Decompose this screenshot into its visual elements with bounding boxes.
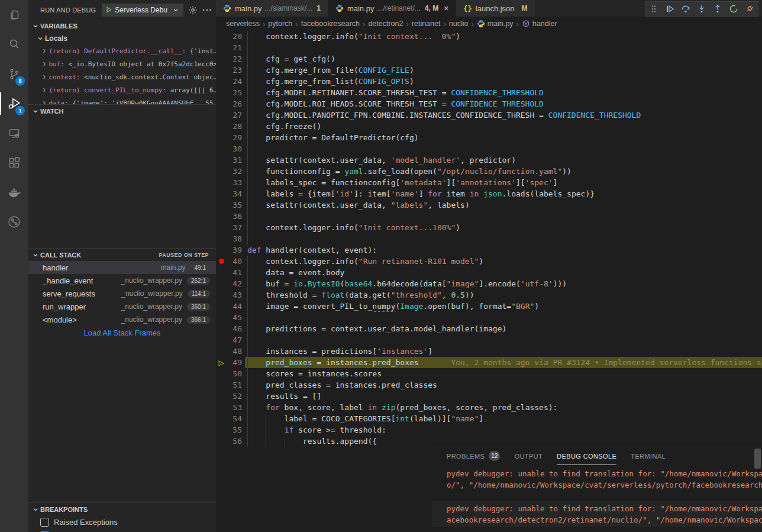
line-content[interactable]: scores = instances.scores xyxy=(245,368,762,379)
code-line[interactable]: 28 cfg.freeze() xyxy=(216,121,762,132)
debug-disconnect-button[interactable] xyxy=(744,4,755,14)
line-content[interactable]: for box, score, label in zip(pred_boxes,… xyxy=(245,402,762,413)
line-number[interactable]: 50 xyxy=(227,368,242,379)
debug-settings-gear-icon[interactable] xyxy=(188,5,198,15)
variable-row[interactable]: ❯buf: <_io.BytesIO object at 0x7f5a2dc1e… xyxy=(28,57,216,70)
code-line[interactable]: 24 cfg.merge_from_list(CONFIG_OPTS) xyxy=(216,76,762,87)
activity-explorer[interactable] xyxy=(0,0,28,30)
glyph-margin[interactable] xyxy=(216,233,227,244)
line-number[interactable]: 51 xyxy=(227,379,242,391)
glyph-margin[interactable] xyxy=(216,289,227,301)
line-content[interactable]: predictions = context.user_data.model_ha… xyxy=(245,323,762,334)
code-line[interactable]: 37 context.logger.info("Init context...1… xyxy=(216,222,762,233)
code-line[interactable]: 40 context.logger.info("Run retinanet-R1… xyxy=(216,256,762,267)
breakpoint-row[interactable]: ✓Uncaught Exceptions xyxy=(28,528,216,532)
line-number[interactable]: 27 xyxy=(227,109,242,121)
line-number[interactable]: 52 xyxy=(227,391,242,402)
line-number[interactable]: 34 xyxy=(227,188,242,199)
glyph-margin[interactable] xyxy=(216,166,227,177)
glyph-margin[interactable] xyxy=(216,244,227,256)
line-content[interactable]: label = COCO_CATEGORIES[int(label)]["nam… xyxy=(245,413,762,424)
line-content[interactable]: context.logger.info("Init context... 0%"… xyxy=(245,31,762,42)
glyph-margin[interactable] xyxy=(216,267,227,278)
breadcrumb-item-handler[interactable]: handler xyxy=(522,20,557,28)
glyph-margin[interactable] xyxy=(216,154,227,166)
code-line[interactable]: 29 predictor = DefaultPredictor(cfg) xyxy=(216,132,762,143)
line-number[interactable]: 54 xyxy=(227,413,242,424)
line-number[interactable]: 39 xyxy=(227,244,242,256)
code-line[interactable]: 48 instances = predictions['instances'] xyxy=(216,346,762,357)
line-content[interactable] xyxy=(245,233,762,244)
line-number[interactable]: 20 xyxy=(227,31,242,42)
activity-git-graph[interactable] xyxy=(0,207,28,237)
line-content[interactable]: cfg.freeze() xyxy=(245,121,762,132)
glyph-margin[interactable] xyxy=(216,346,227,357)
editor-tab-main.py-0[interactable]: main.py.../siammask/...1 xyxy=(216,0,328,17)
line-content[interactable]: cfg.MODEL.RETINANET.SCORE_THRESH_TEST = … xyxy=(245,87,762,98)
line-content[interactable]: predictor = DefaultPredictor(cfg) xyxy=(245,132,762,143)
line-content[interactable]: threshold = float(data.get("threshold", … xyxy=(245,289,762,301)
glyph-margin[interactable] xyxy=(216,121,227,132)
glyph-margin[interactable] xyxy=(216,87,227,98)
debug-restart-button[interactable] xyxy=(728,4,739,14)
line-number[interactable]: 23 xyxy=(227,65,242,76)
code-line[interactable]: 23 cfg.merge_from_file(CONFIG_FILE) xyxy=(216,65,762,76)
stack-frame-run_wrapper[interactable]: run_wrapper_nuclio_wrapper.py360:1 xyxy=(28,300,216,313)
code-line[interactable]: ▷49 pred_boxes = instances.pred_boxesYou… xyxy=(216,357,762,368)
variable-row[interactable]: ❯(return) DefaultPredictor.__call__: {'i… xyxy=(28,44,216,57)
line-number[interactable]: 38 xyxy=(227,233,242,244)
line-number[interactable]: 37 xyxy=(227,222,242,233)
line-number[interactable]: 45 xyxy=(227,312,242,323)
breadcrumb-item-serverless[interactable]: serverless xyxy=(226,20,260,28)
glyph-margin[interactable] xyxy=(216,98,227,109)
glyph-margin[interactable] xyxy=(216,413,227,424)
line-content[interactable] xyxy=(245,42,762,53)
line-number[interactable]: 36 xyxy=(227,211,242,222)
line-number[interactable]: 22 xyxy=(227,53,242,65)
line-content[interactable]: if score >= threshold: xyxy=(245,424,762,436)
debug-continue-button[interactable] xyxy=(664,4,675,14)
line-number[interactable]: 49 xyxy=(227,357,242,368)
variables-scope-locals[interactable]: Locals xyxy=(28,33,216,44)
breadcrumb-item-pytorch[interactable]: pytorch xyxy=(268,20,292,28)
line-content[interactable]: cfg.merge_from_file(CONFIG_FILE) xyxy=(245,65,762,76)
variable-row[interactable]: ❯context: <nuclio_sdk.context.Context ob… xyxy=(28,70,216,83)
line-content[interactable]: data = event.body xyxy=(245,267,762,278)
line-number[interactable]: 56 xyxy=(227,436,242,447)
debug-step-out-button[interactable] xyxy=(712,4,723,14)
code-line[interactable]: 35 setattr(context.user_data, "labels", … xyxy=(216,199,762,211)
code-line[interactable]: 51 pred_classes = instances.pred_classes xyxy=(216,379,762,391)
line-content[interactable]: image = convert_PIL_to_numpy(Image.open(… xyxy=(245,301,762,312)
line-content[interactable]: results.append({ xyxy=(245,436,762,447)
line-content[interactable]: cfg.MODEL.ROI_HEADS.SCORE_THRESH_TEST = … xyxy=(245,98,762,109)
callstack-section-header[interactable]: CALL STACK PAUSED ON STEP xyxy=(28,248,216,261)
panel-tab-output[interactable]: OUTPUT xyxy=(514,447,543,465)
code-line[interactable]: 36 xyxy=(216,211,762,222)
line-content[interactable]: setattr(context.user_data, 'model_handle… xyxy=(245,154,762,166)
glyph-margin[interactable] xyxy=(216,199,227,211)
line-number[interactable]: 31 xyxy=(227,154,242,166)
code-line[interactable]: 50 scores = instances.scores xyxy=(216,368,762,379)
line-number[interactable]: 40 xyxy=(227,256,242,267)
code-line[interactable]: 46 predictions = context.user_data.model… xyxy=(216,323,762,334)
line-number[interactable]: 44 xyxy=(227,301,242,312)
line-number[interactable]: 42 xyxy=(227,278,242,289)
line-number[interactable]: 41 xyxy=(227,267,242,278)
breadcrumb-item-detectron2[interactable]: detectron2 xyxy=(368,20,403,28)
code-line[interactable]: 20 context.logger.info("Init context... … xyxy=(216,31,762,42)
variables-section-header[interactable]: VARIABLES xyxy=(28,20,216,33)
line-content[interactable]: context.logger.info("Init context...100%… xyxy=(245,222,762,233)
glyph-margin[interactable] xyxy=(216,436,227,447)
glyph-margin[interactable] xyxy=(216,312,227,323)
line-number[interactable]: 24 xyxy=(227,76,242,87)
line-number[interactable]: 55 xyxy=(227,424,242,436)
line-content[interactable]: labels = {item['id']: item['name'] for i… xyxy=(245,188,762,199)
debug-step-over-button[interactable] xyxy=(680,4,691,14)
activity-source-control[interactable]: 8 xyxy=(0,59,28,89)
panel-tab-terminal[interactable]: TERMINAL xyxy=(631,447,666,465)
debug-config-dropdown[interactable]: Serverless Debu xyxy=(102,4,183,17)
glyph-margin[interactable] xyxy=(216,211,227,222)
line-content[interactable] xyxy=(245,143,762,154)
glyph-margin[interactable] xyxy=(216,177,227,188)
glyph-margin[interactable] xyxy=(216,278,227,289)
